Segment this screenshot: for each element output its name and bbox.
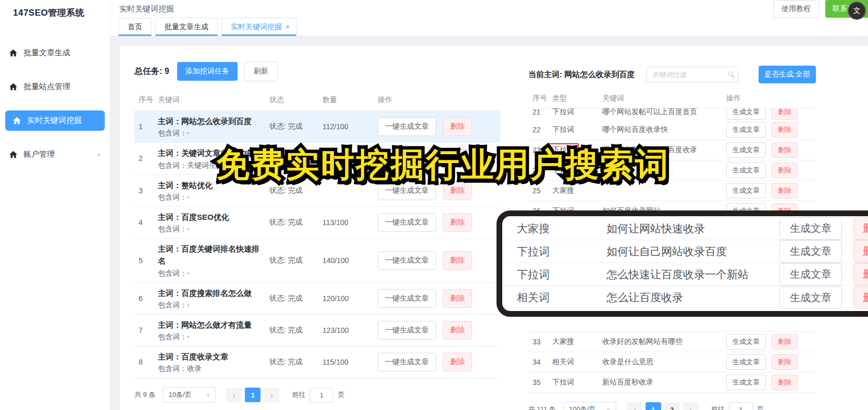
delete-button[interactable]: 删除 (443, 321, 472, 340)
search-icon (728, 71, 733, 76)
delete-button[interactable]: 删除 (443, 353, 472, 371)
magnified-row[interactable]: 下拉词 怎么快速让百度收录一个新站 生成文章 删除 (502, 263, 868, 286)
delete-button[interactable]: 删除 (443, 213, 472, 232)
sidebar-menu: 批量文章生成 批量站点管理 实时关键词挖掘 账户管理 ∨ (0, 43, 110, 178)
table-row[interactable]: 35 下拉词 新站百度秒收录 生成文章删除 (528, 372, 816, 393)
tab-realtime-keyword[interactable]: 实时关键词挖掘× (221, 18, 296, 36)
generate-article-button[interactable]: 生成文章 (726, 183, 766, 198)
goto-page-input[interactable] (729, 402, 753, 410)
table-row[interactable]: 23 下拉词 哪些平台发文容易被百度收录 生成文章删除 (528, 140, 816, 160)
next-page-button[interactable]: › (683, 402, 699, 410)
table-row[interactable]: 34 相关词 收录是什么意思 生成文章删除 (528, 352, 816, 372)
table-row[interactable]: 1 主词：网站怎么收录到百度包含词：- 状态: 完成 112/100 一键生成文… (134, 111, 500, 143)
page-size-select[interactable]: 10条/页 ∨ (163, 387, 216, 403)
goto-page-input[interactable] (309, 388, 333, 403)
app-logo: 147SEO管理系统 (0, 0, 110, 19)
chevron-down-icon: ∨ (206, 392, 210, 397)
generate-article-button[interactable]: 生成文章 (726, 108, 766, 120)
page-number-1[interactable]: 1 (646, 402, 661, 410)
delete-button[interactable]: 删除 (772, 183, 798, 198)
tab-home[interactable]: 首页 (118, 18, 152, 36)
magnified-row[interactable]: 相关词 怎么让百度收录 生成文章 删除 (502, 286, 868, 309)
generate-article-button[interactable]: 生成文章 (779, 287, 842, 309)
delete-button[interactable]: 删除 (772, 122, 798, 138)
generate-article-button[interactable]: 一键生成文章 (378, 149, 436, 168)
topbar: 实时关键词挖掘 使用教程 联系客服 文 (110, 0, 868, 18)
table-row[interactable]: 2 主词：关键词文章自动生成包含词：关键词生成 状态: 完成 100/100 一… (134, 143, 500, 175)
delete-button[interactable]: 删除 (443, 251, 472, 270)
delete-button[interactable]: 删除 (443, 149, 472, 168)
page-number-1[interactable]: 1 (245, 388, 261, 402)
table-row[interactable]: 25 大家搜 生成文章删除 (528, 181, 816, 201)
delete-button[interactable]: 删除 (772, 354, 798, 370)
table-row[interactable]: 5 主词：百度关键词排名快速排名包含词：- 状态: 完成 140/100 一键生… (134, 239, 500, 283)
page-number-2[interactable]: 2 (664, 402, 680, 410)
delete-button[interactable]: 删除 (443, 289, 472, 308)
content-area: 总任务: 9 添加挖词任务 刷新 序号 关键词 状态 数量 操作 (110, 36, 868, 410)
table-row[interactable]: 33 大家搜 收录好的发帖网站有哪些 生成文章删除 (528, 332, 816, 352)
generate-article-button[interactable]: 生成文章 (726, 334, 766, 350)
generate-article-button[interactable]: 生成文章 (726, 142, 766, 158)
prev-page-button[interactable]: ‹ (627, 402, 642, 410)
delete-button[interactable]: 删除 (772, 334, 798, 350)
delete-button[interactable]: 删除 (853, 240, 868, 263)
table-row[interactable]: 7 主词：网站怎么做才有流量包含词：- 状态: 完成 123/100 一键生成文… (134, 315, 500, 346)
generate-article-button[interactable]: 一键生成文章 (378, 117, 436, 136)
page-size-select[interactable]: 100条/页 ∨ (563, 402, 616, 410)
tutorial-button[interactable]: 使用教程 (773, 0, 819, 18)
add-task-button[interactable]: 添加挖词任务 (177, 62, 238, 81)
sidebar-item-batch-site[interactable]: 批量站点管理 (0, 77, 110, 97)
generate-article-button[interactable]: 一键生成文章 (378, 181, 436, 200)
home-icon (9, 150, 18, 159)
table-row[interactable]: 4 主词：百度SEO优化包含词：- 状态: 完成 113/100 一键生成文章删… (134, 207, 500, 239)
task-keyword: 主词：网站怎么收录到百度 (158, 115, 264, 127)
table-row[interactable]: 8 主词：百度收录文章包含词：收录 状态: 完成 115/100 一键生成文章删… (134, 346, 500, 378)
delete-button[interactable]: 删除 (772, 142, 798, 158)
tab-batch-article[interactable]: 批量文章生成 (155, 18, 218, 36)
sidebar-item-realtime-keyword[interactable]: 实时关键词挖掘 (5, 110, 105, 131)
delete-button[interactable]: 删除 (443, 117, 472, 136)
table-row[interactable]: 22 下拉词 哪个网站百度收录快 生成文章删除 (528, 120, 816, 140)
table-row[interactable]: 3 主词：整站优化包含词：- 状态: 完成 一键生成文章删除 (134, 175, 500, 207)
refresh-button[interactable]: 刷新 (244, 61, 278, 81)
generate-article-button[interactable]: 生成文章 (779, 240, 842, 263)
generate-article-button[interactable]: 生成文章 (726, 375, 766, 390)
delete-button[interactable]: 删除 (853, 263, 868, 285)
table-row[interactable]: 24 下拉词 生成文章删除 (528, 160, 816, 181)
prev-page-button[interactable]: ‹ (226, 388, 242, 402)
next-page-button[interactable]: › (264, 388, 279, 402)
generate-article-button[interactable]: 一键生成文章 (378, 251, 436, 270)
delete-button[interactable]: 删除 (772, 163, 798, 178)
generate-all-button[interactable]: 是否生成:全部 (759, 66, 816, 83)
generate-article-button[interactable]: 生成文章 (726, 122, 766, 138)
delete-button[interactable]: 删除 (772, 108, 798, 120)
task-keyword: 主词：百度关键词排名快速排名 (158, 243, 264, 267)
home-icon (9, 82, 18, 91)
sidebar-item-label: 批量文章生成 (23, 48, 70, 58)
keyword-filter-input[interactable] (646, 67, 738, 82)
generate-article-button[interactable]: 生成文章 (779, 217, 842, 240)
delete-button[interactable]: 删除 (443, 181, 472, 200)
task-keyword: 主词：整站优化 (158, 179, 264, 191)
sidebar-item-batch-article[interactable]: 批量文章生成 (0, 43, 110, 63)
generate-article-button[interactable]: 一键生成文章 (378, 353, 436, 371)
generate-article-button[interactable]: 生成文章 (779, 263, 842, 285)
magnified-row[interactable]: 下拉词 如何让自己网站收录百度 生成文章 删除 (502, 240, 868, 263)
close-icon[interactable]: × (286, 23, 290, 31)
delete-button[interactable]: 删除 (853, 217, 868, 240)
generate-article-button[interactable]: 一键生成文章 (378, 321, 436, 340)
delete-button[interactable]: 删除 (772, 375, 798, 390)
generate-article-button[interactable]: 一键生成文章 (378, 213, 436, 232)
magnified-row[interactable]: 大家搜 如何让网站快速收录 生成文章 删除 (502, 217, 868, 240)
translate-icon[interactable]: 文 (848, 2, 866, 20)
sidebar-item-label: 实时关键词挖掘 (27, 116, 82, 126)
sidebar-item-account[interactable]: 账户管理 ∨ (0, 144, 110, 165)
current-keyword-label: 当前主词: 网站怎么收录到百度 (528, 70, 635, 80)
task-keyword: 主词：百度SEO优化 (158, 211, 264, 223)
generate-article-button[interactable]: 生成文章 (726, 163, 766, 178)
delete-button[interactable]: 删除 (853, 287, 868, 309)
table-row[interactable]: 6 主词：百度搜索排名怎么做包含词：- 状态: 完成 120/100 一键生成文… (134, 283, 500, 315)
table-row[interactable]: 21 下拉词 哪个网站发帖可以上百度首页 生成文章删除 (528, 108, 816, 120)
generate-article-button[interactable]: 一键生成文章 (378, 289, 436, 308)
generate-article-button[interactable]: 生成文章 (726, 354, 766, 370)
